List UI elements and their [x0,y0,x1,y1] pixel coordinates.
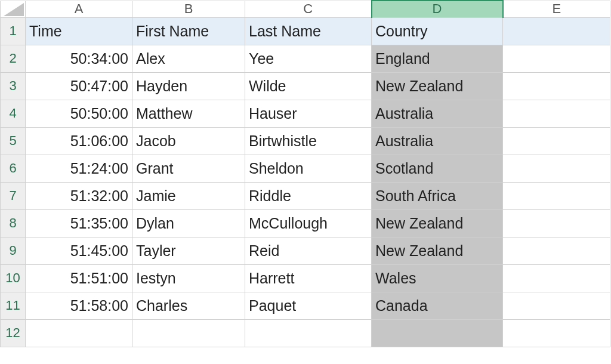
cell-B5[interactable]: Jacob [132,127,245,155]
table-row: 4 50:50:00 Matthew Hauser Australia [1,100,610,127]
cell-A8[interactable]: 51:35:00 [26,209,132,237]
cell-B9[interactable]: Tayler [132,237,245,264]
table-row: 5 51:06:00 Jacob Birtwhistle Australia [1,127,610,155]
table-row: 11 51:58:00 Charles Paquet Canada [1,292,610,319]
column-header-A[interactable]: A [26,1,132,17]
cell-E9[interactable] [503,237,610,264]
row-header[interactable]: 8 [1,209,26,237]
column-header-C[interactable]: C [245,1,372,17]
cell-E6[interactable] [503,155,610,182]
cell-E10[interactable] [503,264,610,292]
cell-D3[interactable]: New Zealand [372,72,503,100]
row-header[interactable]: 5 [1,127,26,155]
cell-C1[interactable]: Last Name [245,17,372,45]
cell-E5[interactable] [503,127,610,155]
cell-E11[interactable] [503,292,610,319]
cell-D4[interactable]: Australia [372,100,503,127]
cell-A5[interactable]: 51:06:00 [26,127,132,155]
row-header[interactable]: 2 [1,45,26,72]
cell-C6[interactable]: Sheldon [245,155,372,182]
cell-C12[interactable] [245,319,372,347]
table-row: 9 51:45:00 Tayler Reid New Zealand [1,237,610,264]
table-row: 8 51:35:00 Dylan McCullough New Zealand [1,209,610,237]
select-all-corner[interactable] [1,1,26,17]
spreadsheet[interactable]: A B C D E 1 Time First Name Last Name Co… [0,0,610,347]
table-row: 2 50:34:00 Alex Yee England [1,45,610,72]
cell-B12[interactable] [132,319,245,347]
row-header[interactable]: 9 [1,237,26,264]
select-all-triangle-icon [4,3,24,16]
cell-A12[interactable] [26,319,132,347]
column-header-row: A B C D E [1,1,610,17]
column-header-D[interactable]: D [372,1,503,17]
cell-C9[interactable]: Reid [245,237,372,264]
cell-B1[interactable]: First Name [132,17,245,45]
cell-B2[interactable]: Alex [132,45,245,72]
cell-E3[interactable] [503,72,610,100]
row-header[interactable]: 12 [1,319,26,347]
cell-A2[interactable]: 50:34:00 [26,45,132,72]
cell-C10[interactable]: Harrett [245,264,372,292]
cell-A10[interactable]: 51:51:00 [26,264,132,292]
cell-A7[interactable]: 51:32:00 [26,182,132,209]
table-row: 10 51:51:00 Iestyn Harrett Wales [1,264,610,292]
cell-D6[interactable]: Scotland [372,155,503,182]
cell-E7[interactable] [503,182,610,209]
row-header[interactable]: 10 [1,264,26,292]
cell-C2[interactable]: Yee [245,45,372,72]
row-header[interactable]: 1 [1,17,26,45]
row-header[interactable]: 6 [1,155,26,182]
cell-C7[interactable]: Riddle [245,182,372,209]
row-header[interactable]: 7 [1,182,26,209]
cell-B8[interactable]: Dylan [132,209,245,237]
cell-C5[interactable]: Birtwhistle [245,127,372,155]
cell-E12[interactable] [503,319,610,347]
cell-D12[interactable] [372,319,503,347]
table-row: 7 51:32:00 Jamie Riddle South Africa [1,182,610,209]
cell-D7[interactable]: South Africa [372,182,503,209]
table-row: 1 Time First Name Last Name Country [1,17,610,45]
cell-B4[interactable]: Matthew [132,100,245,127]
cell-D10[interactable]: Wales [372,264,503,292]
column-header-E[interactable]: E [503,1,610,17]
table-row: 12 [1,319,610,347]
column-header-B[interactable]: B [132,1,245,17]
cell-A11[interactable]: 51:58:00 [26,292,132,319]
cell-C8[interactable]: McCullough [245,209,372,237]
cell-E2[interactable] [503,45,610,72]
cell-D9[interactable]: New Zealand [372,237,503,264]
cell-B7[interactable]: Jamie [132,182,245,209]
cell-A1[interactable]: Time [26,17,132,45]
row-header[interactable]: 4 [1,100,26,127]
cell-C4[interactable]: Hauser [245,100,372,127]
cell-A9[interactable]: 51:45:00 [26,237,132,264]
cell-E8[interactable] [503,209,610,237]
cell-D2[interactable]: England [372,45,503,72]
table-row: 6 51:24:00 Grant Sheldon Scotland [1,155,610,182]
cell-D1[interactable]: Country [372,17,503,45]
cell-B10[interactable]: Iestyn [132,264,245,292]
cell-E4[interactable] [503,100,610,127]
cell-B11[interactable]: Charles [132,292,245,319]
row-header[interactable]: 11 [1,292,26,319]
table-row: 3 50:47:00 Hayden Wilde New Zealand [1,72,610,100]
cell-C3[interactable]: Wilde [245,72,372,100]
cell-A4[interactable]: 50:50:00 [26,100,132,127]
row-header[interactable]: 3 [1,72,26,100]
cell-C11[interactable]: Paquet [245,292,372,319]
cell-D8[interactable]: New Zealand [372,209,503,237]
cell-B3[interactable]: Hayden [132,72,245,100]
cell-E1[interactable] [503,17,610,45]
cell-D11[interactable]: Canada [372,292,503,319]
cell-A6[interactable]: 51:24:00 [26,155,132,182]
cell-D5[interactable]: Australia [372,127,503,155]
cell-A3[interactable]: 50:47:00 [26,72,132,100]
cell-B6[interactable]: Grant [132,155,245,182]
